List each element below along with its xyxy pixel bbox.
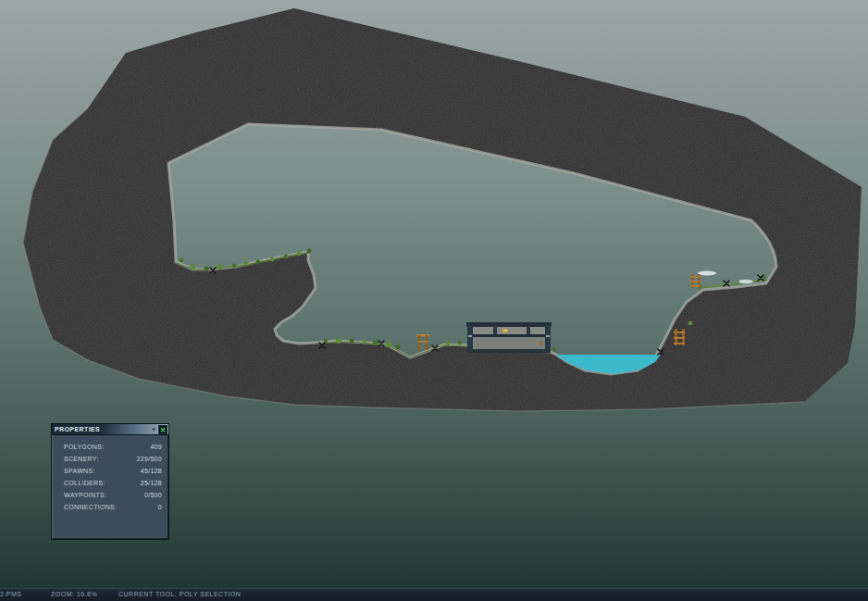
bunker-crate: [539, 342, 542, 345]
property-row-waypoints: WAYPOINTS: 0/500: [64, 489, 162, 501]
property-value: 0/500: [144, 489, 162, 501]
property-row-scenery: SCENERY: 229/500: [64, 453, 162, 465]
property-row-spawns: SPAWNS: 45/128: [64, 465, 162, 477]
bunker-lamp-glow: [504, 330, 507, 332]
property-label: SPAWNS:: [64, 465, 95, 477]
bunker-building[interactable]: [466, 322, 552, 353]
property-value: 45/128: [141, 465, 162, 477]
property-row-polygons: POLYGONS: 409: [64, 441, 162, 453]
panel-title: PROPERTIES: [55, 425, 100, 434]
property-label: POLYGONS:: [64, 441, 104, 453]
close-icon[interactable]: ✕: [158, 425, 167, 434]
status-bar: 2.PMS ZOOM: 16.8% CURRENT TOOL: POLY SEL…: [0, 588, 868, 601]
bunker-sconce: [546, 335, 550, 337]
bunker-roof: [466, 322, 552, 327]
bunker-column: [467, 325, 473, 350]
bunker-base: [467, 349, 551, 353]
property-row-colliders: COLLIDERS: 25/128: [64, 477, 162, 489]
bunker-platform: [473, 334, 545, 337]
property-label: SCENERY:: [64, 453, 99, 465]
bunker-column: [545, 325, 551, 350]
properties-panel: PROPERTIES ▾ ✕ POLYGONS: 409 SCENERY: 22…: [51, 423, 169, 540]
property-label: WAYPOINTS:: [64, 489, 106, 501]
property-label: CONNECTIONS:: [64, 501, 117, 513]
properties-rows: POLYGONS: 409 SCENERY: 229/500 SPAWNS: 4…: [52, 435, 168, 513]
property-label: COLLIDERS:: [64, 477, 105, 489]
ladder-upper-right: [691, 274, 701, 288]
property-value: 25/128: [141, 477, 162, 489]
status-filename: 2.PMS: [0, 591, 22, 597]
property-value: 409: [150, 441, 162, 453]
bunker-lower-wall: [467, 337, 551, 349]
properties-panel-titlebar[interactable]: PROPERTIES ▾ ✕: [52, 424, 168, 435]
property-row-connections: CONNECTIONS: 0: [64, 501, 162, 513]
bunker-sconce: [468, 335, 472, 337]
property-value: 229/500: [137, 453, 162, 465]
status-current-tool: CURRENT TOOL: POLY SELECTION: [118, 591, 241, 597]
status-zoom-level: ZOOM: 16.8%: [51, 591, 97, 597]
property-value: 0: [158, 501, 162, 513]
